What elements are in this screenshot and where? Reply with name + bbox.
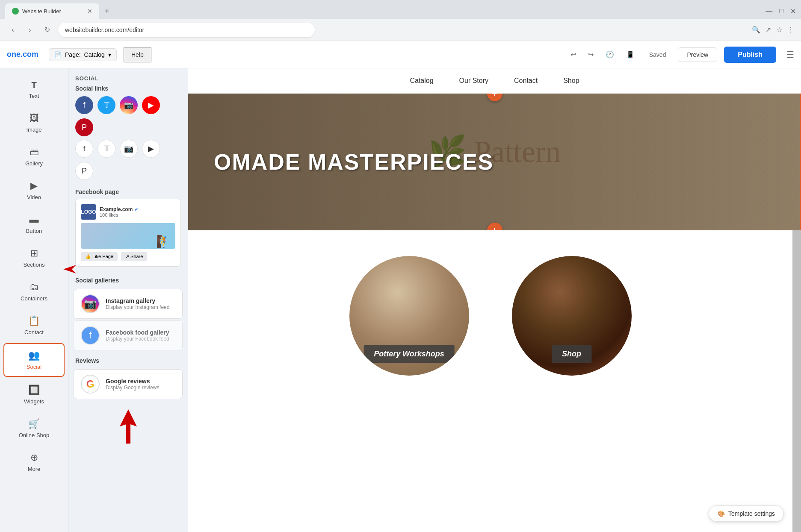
nav-our-story[interactable]: Our Story [459, 77, 488, 85]
svg-marker-1 [120, 409, 137, 444]
sidebar-item-image[interactable]: 🖼 Image [3, 107, 65, 139]
google-reviews-item[interactable]: G Google reviews Display Google reviews [74, 369, 183, 399]
page-icon: 📄 [54, 51, 62, 58]
social-links-row-2: f 𝕋 📷 ▶ P [75, 140, 181, 180]
mobile-preview-button[interactable]: 📱 [624, 48, 637, 61]
page-label: Page: [65, 51, 81, 58]
sidebar-contact-label: Contact [24, 329, 44, 335]
share-icon[interactable]: ↗ [766, 26, 771, 34]
social-links-label: Social links [75, 85, 181, 92]
instagram-link-light-btn[interactable]: 📷 [120, 140, 138, 158]
back-btn[interactable]: ‹ [7, 24, 19, 36]
minimize-btn[interactable]: — [766, 7, 772, 15]
facebook-link-btn[interactable]: f [75, 96, 93, 114]
preview-button[interactable]: Preview [678, 47, 717, 62]
social-links-row-1: f 𝕋 📷 ▶ P [75, 96, 181, 136]
fb-page-name: Example.com ✓ [100, 206, 139, 212]
fb-action-buttons: 👍 Like Page ↗ Share [81, 252, 175, 261]
facebook-link-light-btn[interactable]: f [75, 140, 93, 158]
sidebar-item-containers[interactable]: 🗂 Containers [3, 276, 65, 308]
active-tab[interactable]: Website Builder ✕ [5, 3, 99, 19]
fb-hiker-icon: 🧗 [156, 235, 171, 249]
sidebar-item-gallery[interactable]: 🗃 Gallery [3, 141, 65, 173]
tab-close-btn[interactable]: ✕ [87, 8, 92, 15]
fb-share-button[interactable]: ↗ Share [121, 252, 147, 261]
sidebar-more-label: More [28, 466, 41, 472]
facebook-gallery-item[interactable]: f Facebook food gallery Display your Fac… [74, 320, 183, 350]
search-icon[interactable]: 🔍 [752, 26, 760, 34]
fb-verified-badge: ✓ [134, 206, 139, 212]
instagram-subtitle: Display your Instagram feed [106, 304, 169, 310]
pinterest-link-light-btn[interactable]: P [75, 162, 93, 180]
sidebar-item-widgets[interactable]: 🔲 Widgets [3, 379, 65, 411]
settings-icon[interactable]: ☰ [786, 50, 794, 60]
google-reviews-text: Google reviews Display Google reviews [106, 378, 159, 391]
facebook-gallery-subtitle: Display your Facebook feed [106, 336, 169, 342]
pottery-circle-2[interactable]: Shop [512, 256, 632, 376]
pottery-circle-1[interactable]: Pottery Workshops [349, 256, 469, 376]
bookmark-icon[interactable]: ☆ [776, 26, 782, 34]
tab-bar: Website Builder ✕ + — □ ✕ [0, 0, 801, 19]
main-layout: T Text 🖼 Image 🗃 Gallery ▶ Video ▬ Butto… [0, 68, 801, 532]
youtube-link-light-btn[interactable]: ▶ [142, 140, 160, 158]
nav-contact[interactable]: Contact [514, 77, 538, 85]
menu-icon[interactable]: ⋮ [787, 26, 794, 34]
page-name: Catalog [84, 51, 105, 58]
tab-title: Website Builder [22, 8, 84, 15]
fb-page-header: LOGO Example.com ✓ 100 likes [81, 204, 175, 220]
sidebar-item-video[interactable]: ▶ Video [3, 174, 65, 206]
facebook-gallery-title: Facebook food gallery [106, 329, 169, 336]
fb-logo: LOGO [81, 204, 96, 220]
fb-cover-image: 🧗 [81, 223, 175, 249]
fb-page-info: Example.com ✓ 100 likes [100, 206, 139, 218]
image-icon: 🖼 [30, 113, 39, 124]
widgets-icon: 🔲 [28, 385, 40, 396]
sidebar-item-more[interactable]: ⊕ More [3, 446, 65, 478]
instagram-gallery-item[interactable]: 📷 Instagram gallery Display your Instagr… [74, 289, 183, 319]
sidebar-shop-label: Online Shop [19, 432, 50, 438]
publish-button[interactable]: Publish [724, 47, 776, 63]
twitter-link-light-btn[interactable]: 𝕋 [98, 140, 115, 158]
sidebar-sections-label: Sections [24, 262, 45, 268]
sidebar-item-button[interactable]: ▬ Button [3, 208, 65, 240]
gallery-icon: 🗃 [30, 147, 39, 158]
reload-btn[interactable]: ↻ [41, 24, 53, 36]
nav-catalog[interactable]: Catalog [410, 77, 433, 85]
sidebar-item-social[interactable]: 👥 Social [3, 343, 65, 377]
undo-button[interactable]: ↩ [568, 48, 579, 61]
sidebar-item-sections[interactable]: ⊞ Sections [3, 242, 65, 274]
template-settings-icon: 🎨 [718, 510, 725, 517]
youtube-link-btn[interactable]: ▶ [142, 96, 160, 114]
contact-icon: 📋 [28, 315, 40, 326]
sidebar-image-label: Image [26, 126, 41, 133]
template-settings-btn[interactable]: 🎨 Template settings [709, 506, 784, 522]
hero-title: OMADE MASTERPIECES [214, 149, 494, 175]
forward-btn[interactable]: › [24, 24, 36, 36]
instagram-title: Instagram gallery [106, 297, 169, 304]
twitter-link-btn[interactable]: 𝕋 [98, 96, 115, 114]
close-btn[interactable]: ✕ [790, 7, 796, 15]
tab-favicon [12, 8, 19, 15]
redo-button[interactable]: ↪ [585, 48, 596, 61]
social-links-section: Social links f 𝕋 📷 ▶ P f 𝕋 📷 ▶ P [68, 85, 188, 187]
history-button[interactable]: 🕐 [603, 48, 617, 61]
help-button[interactable]: Help [124, 47, 151, 62]
facebook-page-widget[interactable]: LOGO Example.com ✓ 100 likes 🧗 👍 Like Pa… [75, 199, 181, 267]
pinterest-link-btn[interactable]: P [75, 118, 93, 136]
nav-shop[interactable]: Shop [563, 77, 579, 85]
containers-icon: 🗂 [30, 282, 39, 293]
panel-title: SOCIAL [68, 68, 188, 85]
maximize-btn[interactable]: □ [779, 7, 783, 15]
video-icon: ▶ [30, 180, 38, 191]
instagram-link-btn[interactable]: 📷 [120, 96, 138, 114]
new-tab-btn[interactable]: + [101, 5, 113, 17]
sidebar-item-contact[interactable]: 📋 Contact [3, 309, 65, 341]
sidebar-item-online-shop[interactable]: 🛒 Online Shop [3, 412, 65, 444]
pottery-label-2: Shop [552, 345, 591, 363]
address-input[interactable] [58, 23, 315, 37]
fb-like-button[interactable]: 👍 Like Page [81, 252, 118, 261]
page-selector[interactable]: 📄 Page: Catalog ▾ [49, 48, 117, 61]
template-settings-label: Template settings [728, 510, 775, 517]
address-bar: ‹ › ↻ 🔍 ↗ ☆ ⋮ [0, 19, 801, 41]
sidebar-item-text[interactable]: T Text [3, 74, 65, 105]
